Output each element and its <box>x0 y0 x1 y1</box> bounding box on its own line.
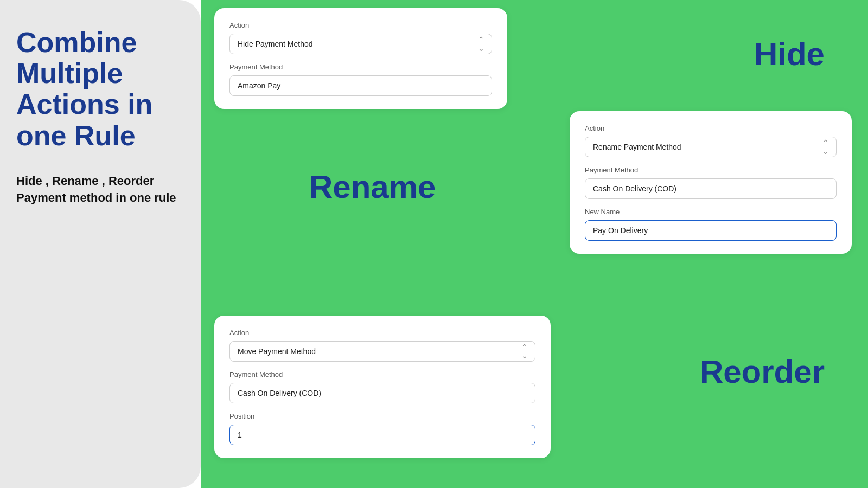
position-label: Position <box>229 412 535 420</box>
payment-method-label-hide: Payment Method <box>229 63 492 71</box>
sidebar: Combine Multiple Actions in one Rule Hid… <box>0 0 201 488</box>
card-hide: Action Hide Payment Method ⌃⌄ Payment Me… <box>214 8 507 109</box>
action-select-move[interactable]: Move Payment Method <box>229 341 535 362</box>
rename-label: Rename <box>309 168 436 206</box>
payment-method-label-rename: Payment Method <box>585 166 837 174</box>
payment-method-input-move[interactable] <box>229 383 535 403</box>
new-name-input[interactable] <box>585 220 837 241</box>
action-field-move: Action Move Payment Method ⌃⌄ <box>229 329 535 362</box>
main-area: Hide Action Hide Payment Method ⌃⌄ Payme… <box>201 0 868 488</box>
reorder-label: Reorder <box>700 353 825 390</box>
action-select-wrapper-hide: Hide Payment Method ⌃⌄ <box>229 34 492 54</box>
action-select-wrapper-rename: Rename Payment Method ⌃⌄ <box>585 137 837 157</box>
payment-method-field-move: Payment Method <box>229 370 535 403</box>
payment-method-input-hide[interactable] <box>229 75 492 96</box>
action-label-hide: Action <box>229 21 492 29</box>
hide-label: Hide <box>754 35 825 73</box>
action-select-wrapper-move: Move Payment Method ⌃⌄ <box>229 341 535 362</box>
action-field-hide: Action Hide Payment Method ⌃⌄ <box>229 21 492 54</box>
action-select-hide[interactable]: Hide Payment Method <box>229 34 492 54</box>
card-rename: Action Rename Payment Method ⌃⌄ Payment … <box>570 111 852 254</box>
payment-method-input-rename[interactable] <box>585 178 837 199</box>
position-input[interactable] <box>229 425 535 445</box>
action-select-rename[interactable]: Rename Payment Method <box>585 137 837 157</box>
action-label-rename: Action <box>585 124 837 132</box>
new-name-label: New Name <box>585 208 837 216</box>
card-move: Action Move Payment Method ⌃⌄ Payment Me… <box>214 316 551 458</box>
payment-method-label-move: Payment Method <box>229 370 535 378</box>
sidebar-title: Combine Multiple Actions in one Rule <box>16 27 184 151</box>
payment-method-field-rename: Payment Method <box>585 166 837 199</box>
payment-method-field-hide: Payment Method <box>229 63 492 96</box>
position-field: Position <box>229 412 535 445</box>
action-field-rename: Action Rename Payment Method ⌃⌄ <box>585 124 837 157</box>
new-name-field: New Name <box>585 208 837 241</box>
action-label-move: Action <box>229 329 535 337</box>
sidebar-subtitle: Hide , Rename , Reorder Payment method i… <box>16 173 184 207</box>
